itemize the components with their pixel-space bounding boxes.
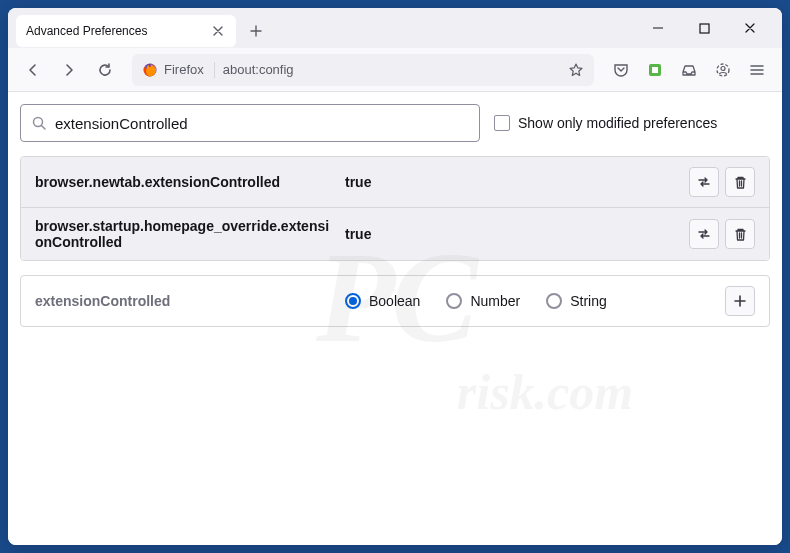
new-tab-button[interactable] <box>242 17 270 45</box>
extension-icon[interactable] <box>640 55 670 85</box>
pocket-icon[interactable] <box>606 55 636 85</box>
new-preference-row: extensionControlled Boolean Number Strin… <box>20 275 770 327</box>
add-pref-button[interactable] <box>725 286 755 316</box>
radio-label: String <box>570 293 607 309</box>
search-row: Show only modified preferences <box>20 104 770 142</box>
pref-actions <box>689 219 755 249</box>
pref-name: browser.newtab.extensionControlled <box>35 174 335 190</box>
titlebar: Advanced Preferences <box>8 8 782 48</box>
back-button[interactable] <box>18 55 48 85</box>
radio-label: Boolean <box>369 293 420 309</box>
browser-window: Advanced Preferences <box>8 8 782 545</box>
bookmark-star-icon[interactable] <box>568 62 584 78</box>
minimize-button[interactable] <box>644 14 672 42</box>
toolbar-actions <box>606 55 772 85</box>
maximize-button[interactable] <box>690 14 718 42</box>
type-radio-group: Boolean Number String <box>345 293 715 309</box>
radio-indicator <box>345 293 361 309</box>
radio-string[interactable]: String <box>546 293 607 309</box>
inbox-icon[interactable] <box>674 55 704 85</box>
identity-box[interactable]: Firefox <box>142 62 215 78</box>
reload-button[interactable] <box>90 55 120 85</box>
url-text: about:config <box>223 62 560 77</box>
delete-button[interactable] <box>725 167 755 197</box>
show-modified-label: Show only modified preferences <box>518 115 717 131</box>
pref-row[interactable]: browser.startup.homepage_override.extens… <box>21 207 769 260</box>
browser-tab[interactable]: Advanced Preferences <box>16 15 236 47</box>
radio-indicator <box>546 293 562 309</box>
about-config-content: Show only modified preferences browser.n… <box>8 92 782 545</box>
radio-indicator <box>446 293 462 309</box>
radio-label: Number <box>470 293 520 309</box>
svg-rect-3 <box>652 67 658 73</box>
url-bar[interactable]: Firefox about:config <box>132 54 594 86</box>
svg-point-5 <box>721 66 725 70</box>
search-icon <box>31 115 47 131</box>
preferences-list: browser.newtab.extensionControlled true … <box>20 156 770 261</box>
new-pref-name: extensionControlled <box>35 293 335 309</box>
radio-boolean[interactable]: Boolean <box>345 293 420 309</box>
account-icon[interactable] <box>708 55 738 85</box>
show-modified-checkbox[interactable]: Show only modified preferences <box>494 115 717 131</box>
nav-toolbar: Firefox about:config <box>8 48 782 92</box>
pref-row[interactable]: browser.newtab.extensionControlled true <box>21 157 769 207</box>
tab-title: Advanced Preferences <box>26 24 202 38</box>
pref-value: true <box>345 174 679 190</box>
pref-actions <box>689 167 755 197</box>
radio-number[interactable]: Number <box>446 293 520 309</box>
close-tab-button[interactable] <box>210 23 226 39</box>
window-controls <box>644 14 774 42</box>
toggle-button[interactable] <box>689 167 719 197</box>
search-box[interactable] <box>20 104 480 142</box>
pref-value: true <box>345 226 679 242</box>
delete-button[interactable] <box>725 219 755 249</box>
checkbox-box <box>494 115 510 131</box>
search-input[interactable] <box>55 115 469 132</box>
identity-label: Firefox <box>164 62 204 77</box>
pref-name: browser.startup.homepage_override.extens… <box>35 218 335 250</box>
toggle-button[interactable] <box>689 219 719 249</box>
firefox-icon <box>142 62 158 78</box>
svg-rect-0 <box>700 24 709 33</box>
forward-button[interactable] <box>54 55 84 85</box>
app-menu-button[interactable] <box>742 55 772 85</box>
close-window-button[interactable] <box>736 14 764 42</box>
